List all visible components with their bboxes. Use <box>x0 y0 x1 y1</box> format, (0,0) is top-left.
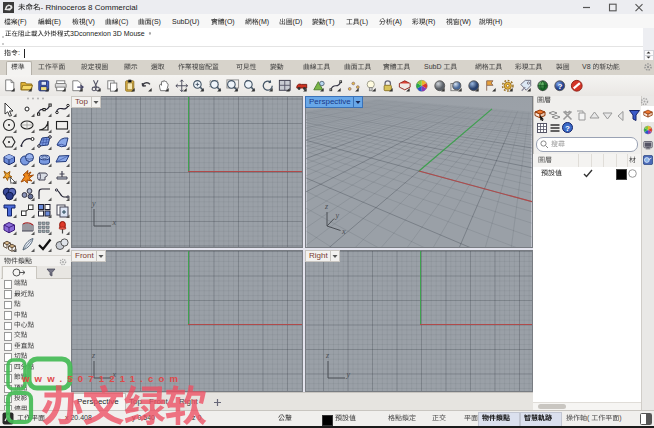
svg-text:- Rhinoceros 8 Commercial: - Rhinoceros 8 Commercial <box>41 3 138 12</box>
svg-text:Front: Front <box>75 251 94 260</box>
svg-text:Perspective: Perspective <box>309 97 351 106</box>
svg-text:y: y <box>91 199 96 208</box>
svg-text:(L): (L) <box>359 18 368 26</box>
svg-text:(H): (H) <box>493 18 503 26</box>
svg-text:www.5071211.com: www.5071211.com <box>21 372 183 383</box>
svg-text:(C): (C) <box>118 18 128 26</box>
svg-text:(F): (F) <box>18 18 27 26</box>
svg-text:z: z <box>325 351 330 360</box>
svg-text:SubD: SubD <box>424 63 442 70</box>
svg-text::: : <box>18 49 20 56</box>
svg-text:(: ( <box>587 414 590 422</box>
svg-text:(T): (T) <box>325 18 334 26</box>
svg-text:?: ? <box>565 124 570 133</box>
svg-text:(D): (D) <box>292 18 302 26</box>
svg-text:x: x <box>341 227 346 236</box>
svg-text:3Dconnexion 3D Mouse: 3Dconnexion 3D Mouse <box>70 30 145 37</box>
svg-text:(R): (R) <box>426 18 436 26</box>
svg-text:SubD(U): SubD(U) <box>172 18 199 26</box>
svg-text:(M): (M) <box>258 18 269 26</box>
svg-text:(O): (O) <box>224 18 234 26</box>
svg-text:(V): (V) <box>85 18 94 26</box>
svg-text:(W): (W) <box>460 18 471 26</box>
svg-text:y: y <box>345 370 350 379</box>
svg-text:(A): (A) <box>393 18 402 26</box>
svg-text:y: y <box>335 211 340 220</box>
svg-text:V8: V8 <box>582 63 591 70</box>
svg-text:): ) <box>619 414 621 422</box>
svg-text:z: z <box>324 202 329 211</box>
svg-text:Right: Right <box>309 251 328 260</box>
svg-text:?: ? <box>557 82 562 91</box>
svg-text:(E): (E) <box>51 18 60 26</box>
svg-text:Top: Top <box>75 97 88 106</box>
svg-text:(S): (S) <box>152 18 161 26</box>
svg-text:x: x <box>111 218 116 227</box>
